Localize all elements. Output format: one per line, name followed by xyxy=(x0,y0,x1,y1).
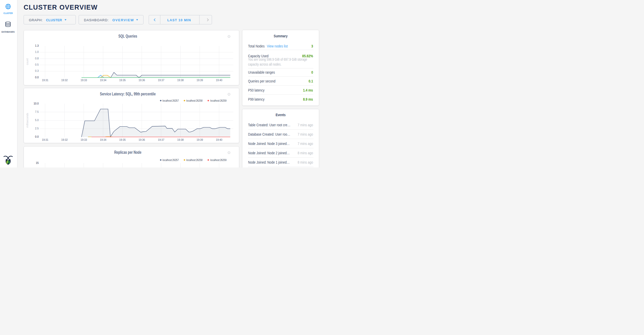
svg-text:19:32: 19:32 xyxy=(61,79,67,82)
svg-text:19:35: 19:35 xyxy=(119,138,126,141)
svg-text:19:34: 19:34 xyxy=(100,138,106,141)
svg-text:0.0: 0.0 xyxy=(35,135,39,138)
svg-text:19:31: 19:31 xyxy=(42,138,48,141)
svg-text:10.0: 10.0 xyxy=(33,102,39,105)
svg-text:milliseconds: milliseconds xyxy=(26,113,29,128)
svg-text:localhost:26259: localhost:26259 xyxy=(210,99,227,102)
svg-text:localhost:26257: localhost:26257 xyxy=(162,158,179,161)
svg-text:19:36: 19:36 xyxy=(138,138,145,141)
svg-text:5.0: 5.0 xyxy=(35,118,39,121)
svg-text:2.5: 2.5 xyxy=(35,127,39,130)
svg-text:19:33: 19:33 xyxy=(80,79,87,82)
svg-text:19:39: 19:39 xyxy=(196,79,203,82)
svg-text:localhost:26258: localhost:26258 xyxy=(186,99,203,102)
svg-text:19:31: 19:31 xyxy=(42,79,48,82)
svg-text:19:37: 19:37 xyxy=(158,138,164,141)
svg-text:19:40: 19:40 xyxy=(216,79,222,82)
svg-text:count: count xyxy=(26,58,29,65)
svg-text:localhost:26257: localhost:26257 xyxy=(162,99,179,102)
svg-text:15: 15 xyxy=(36,162,39,164)
svg-text:19:40: 19:40 xyxy=(216,138,222,141)
svg-text:1.0: 1.0 xyxy=(35,51,39,53)
svg-text:0.0: 0.0 xyxy=(35,76,39,79)
svg-text:1.3: 1.3 xyxy=(35,44,39,47)
svg-text:0.8: 0.8 xyxy=(35,57,39,60)
svg-text:7.5: 7.5 xyxy=(35,110,39,113)
svg-text:19:36: 19:36 xyxy=(138,79,145,82)
svg-text:19:38: 19:38 xyxy=(177,79,183,82)
svg-text:0.3: 0.3 xyxy=(35,69,39,72)
svg-text:localhost:26258: localhost:26258 xyxy=(186,158,203,161)
svg-text:10: 10 xyxy=(36,167,39,168)
svg-text:19:32: 19:32 xyxy=(61,138,67,141)
svg-text:19:35: 19:35 xyxy=(119,79,126,82)
svg-text:0.5: 0.5 xyxy=(35,63,39,66)
svg-text:19:38: 19:38 xyxy=(177,138,183,141)
svg-text:19:33: 19:33 xyxy=(80,138,87,141)
svg-text:19:39: 19:39 xyxy=(196,138,203,141)
svg-text:19:34: 19:34 xyxy=(100,79,106,82)
svg-text:19:37: 19:37 xyxy=(158,79,164,82)
svg-text:localhost:26259: localhost:26259 xyxy=(210,158,227,161)
